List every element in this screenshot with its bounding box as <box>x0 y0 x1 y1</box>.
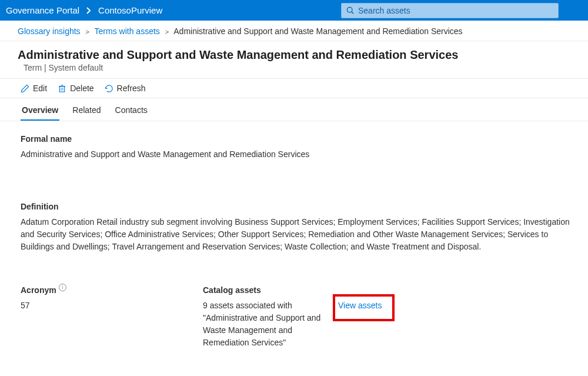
content: Formal name Administrative and Support a… <box>0 121 588 349</box>
chevron-right-icon: > <box>85 28 89 35</box>
view-assets-column: View assets <box>338 285 570 349</box>
header-bar: Governance Portal ContosoPurview Search … <box>0 0 588 21</box>
edit-label: Edit <box>33 84 47 93</box>
tab-overview[interactable]: Overview <box>22 98 58 121</box>
breadcrumb-terms-with-assets[interactable]: Terms with assets <box>95 26 160 36</box>
breadcrumb-glossary-insights[interactable]: Glossary insights <box>18 26 81 36</box>
search-input[interactable]: Search assets <box>341 3 559 18</box>
info-icon[interactable]: i <box>59 284 66 291</box>
search-icon <box>346 6 355 15</box>
trash-icon <box>58 84 66 93</box>
title-area: Administrative and Support and Waste Man… <box>0 41 588 78</box>
refresh-button[interactable]: Refresh <box>105 84 146 93</box>
search-placeholder: Search assets <box>358 6 410 15</box>
catalog-assets-section: Catalog assets 9 assets associated with … <box>203 285 338 349</box>
chevron-right-icon <box>86 7 91 14</box>
tab-related[interactable]: Related <box>72 98 101 121</box>
definition-label: Definition <box>21 202 570 211</box>
breadcrumb-current: Administrative and Support and Waste Man… <box>173 26 462 36</box>
pencil-icon <box>21 84 29 93</box>
view-assets-link[interactable]: View assets <box>338 301 382 310</box>
delete-button[interactable]: Delete <box>58 84 93 93</box>
breadcrumb: Glossary insights > Terms with assets > … <box>0 21 588 41</box>
workspace-name[interactable]: ContosoPurview <box>98 5 162 15</box>
formal-name-section: Formal name Administrative and Support a… <box>21 134 570 161</box>
delete-label: Delete <box>70 84 93 93</box>
tab-contacts[interactable]: Contacts <box>115 98 148 121</box>
acronym-label: Acronym i <box>21 285 203 295</box>
svg-rect-2 <box>59 86 64 91</box>
definition-section: Definition Adatum Corporation Retail ind… <box>21 202 570 253</box>
formal-name-value: Administrative and Support and Waste Man… <box>21 148 570 161</box>
acronym-section: Acronym i 57 <box>21 285 203 349</box>
refresh-icon <box>105 84 113 93</box>
formal-name-label: Formal name <box>21 134 570 144</box>
acronym-value: 57 <box>21 300 203 312</box>
catalog-assets-description: 9 assets associated with "Administrative… <box>203 300 338 349</box>
refresh-label: Refresh <box>117 84 146 93</box>
svg-line-1 <box>352 12 353 14</box>
page-subtitle: Term | System default <box>18 63 570 72</box>
toolbar: Edit Delete Refresh <box>0 78 588 98</box>
definition-value: Adatum Corporation Retail industry sub s… <box>21 216 570 253</box>
portal-name[interactable]: Governance Portal <box>6 5 79 15</box>
page-title: Administrative and Support and Waste Man… <box>18 48 570 62</box>
tabs: Overview Related Contacts <box>0 98 588 121</box>
chevron-right-icon: > <box>165 28 169 35</box>
edit-button[interactable]: Edit <box>21 84 47 93</box>
catalog-assets-label: Catalog assets <box>203 285 338 295</box>
bottom-columns: Acronym i 57 Catalog assets 9 assets ass… <box>21 285 570 349</box>
svg-point-0 <box>347 7 352 12</box>
